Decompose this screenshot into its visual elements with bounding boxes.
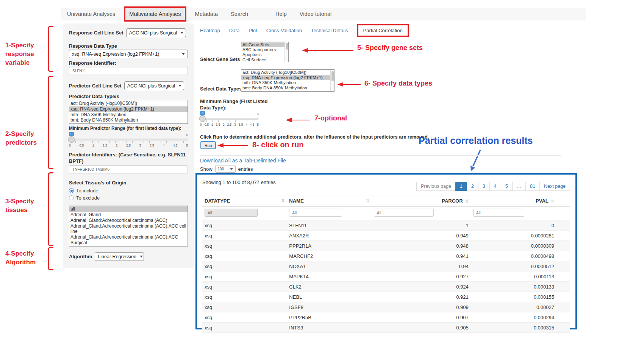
list-option[interactable]: act: Drug Activity (-log10[IC50M]) [241, 70, 334, 75]
tick-label: 3 [139, 144, 141, 147]
min-predictor-range-slider: 0 5 0 0.5 1 1.5 2 2.5 3 3.5 4 4.5 5 [69, 132, 188, 149]
page-button-1[interactable]: 1 [455, 182, 467, 191]
scrollbar[interactable] [284, 42, 288, 62]
run-instruction: Click Run to determine additional predic… [200, 134, 429, 140]
table-row: xsq MARCHF2 0.941 0.0000498 [202, 251, 570, 261]
tissue-exclude-radio[interactable]: To exclude [69, 194, 188, 201]
sort-icon[interactable]: ⇅ [366, 198, 369, 203]
page-button-5[interactable]: 5 [501, 182, 513, 191]
slider-track[interactable] [69, 139, 188, 140]
page-ellipsis: … [512, 182, 526, 191]
response-cell-line-set-select[interactable]: ACC NCI plus Surgical [126, 28, 186, 37]
tab-technical-details[interactable]: Technical Details [311, 28, 348, 33]
next-page-button[interactable]: Next page [539, 182, 570, 191]
chevron-down-icon [178, 85, 181, 87]
slider-max-label: 5 [186, 133, 188, 137]
tissue-include-radio[interactable]: To include [69, 187, 188, 194]
predictor-cell-line-set-label: Predictor Cell Line Set [69, 83, 122, 89]
column-header-parcor[interactable]: PARCOR⇅ [372, 195, 471, 207]
page-length-select[interactable]: 100 [215, 165, 236, 173]
list-option[interactable]: Apoptosis [241, 52, 288, 57]
predictor-identifiers-input[interactable] [69, 165, 188, 173]
pagination: Previous page 1 2 3 4 5 … 81 Next page [417, 182, 570, 191]
list-option[interactable]: all [69, 206, 188, 212]
slider-track[interactable] [200, 118, 259, 120]
datatype-filter-input[interactable] [205, 209, 258, 217]
slider-ticks [201, 120, 258, 122]
response-data-type-select[interactable]: xsq: RNA-seq Expression (log2 FPKM+1) [69, 50, 188, 58]
scrollbar[interactable] [330, 70, 334, 91]
algorithm-label: Algorithm [69, 254, 92, 259]
run-button[interactable]: Run [200, 141, 216, 149]
nav-multivariate-analyses[interactable]: Multivariate Analyses [124, 6, 186, 22]
response-identifier-input[interactable] [69, 67, 188, 75]
column-header-datatype[interactable]: DATATYPE ⇅ [202, 195, 287, 207]
annotation-step5: 5- Specify gene sets [357, 44, 423, 52]
tick-label: 1.5 [216, 123, 220, 126]
pval-filter-input[interactable] [473, 209, 524, 217]
page-button-2[interactable]: 2 [467, 182, 478, 191]
sort-icon[interactable]: ⇅ [281, 198, 284, 203]
column-header-name[interactable]: NAME ⇅ [287, 195, 371, 207]
list-option[interactable]: xsq: RNA-seq Expression (log2 FPKM+1) [69, 106, 188, 112]
list-option[interactable]: Cell Surface [241, 58, 288, 62]
sort-icon[interactable]: ⇅ [551, 199, 554, 203]
response-identifier-label: Response Identifier: [69, 60, 188, 66]
page-button-3[interactable]: 3 [478, 182, 490, 191]
tab-heatmap[interactable]: Heatmap [200, 28, 220, 33]
tick-label: 3.5 [150, 144, 154, 147]
tick-label: 2.5 [227, 123, 232, 126]
table-row: xsq CLK2 0.924 0.000133 [202, 282, 570, 292]
tick-label: 0 [69, 144, 71, 147]
annotation-bracket-4 [48, 247, 53, 270]
column-header-pval[interactable]: PVAL⇅ [471, 195, 570, 207]
table-row: xsq ANXA2R 0.949 0.0000281 [202, 231, 570, 241]
table-row: xsq SLFN11 1 0 [202, 220, 570, 231]
name-filter-input[interactable] [289, 209, 342, 217]
algorithm-select[interactable]: Linear Regression [95, 252, 144, 261]
parcor-filter-input[interactable] [374, 209, 434, 217]
nav-search[interactable]: Search [224, 8, 255, 20]
previous-page-button[interactable]: Previous page [416, 182, 456, 191]
sort-icon[interactable]: ⇅ [465, 199, 469, 203]
nav-univariate-analyses[interactable]: Univariate Analyses [61, 8, 122, 20]
list-option[interactable]: act: Drug Activity (-log10[IC50M]) [69, 101, 188, 106]
scrollbar-thumb[interactable] [331, 71, 334, 81]
list-option[interactable]: bmt: Body DNA 850K Methylation [241, 86, 334, 91]
list-option[interactable]: mth: DNA 850K Methylation [241, 80, 334, 86]
results-annotation-title: Partial correlation results [419, 135, 533, 146]
tab-data[interactable]: Data [229, 28, 239, 33]
table-row: xsq MAPK14 0.927 0.000113 [202, 272, 570, 282]
radio-unchecked-icon [69, 195, 74, 200]
nav-metadata[interactable]: Metadata [189, 8, 224, 20]
list-option[interactable]: All Gene Sets [241, 42, 288, 47]
red-arrow-icon [285, 117, 311, 123]
predictor-cell-line-set-select[interactable]: ACC NCI plus Surgical [124, 81, 184, 90]
page-button-81[interactable]: 81 [525, 182, 540, 191]
nav-video-tutorial[interactable]: Video tutorial [293, 8, 338, 20]
page-button-4[interactable]: 4 [489, 182, 501, 191]
list-option[interactable]: Adrenal_Gland:Adrenocortical carcinoma (… [69, 223, 188, 235]
gene-sets-listbox: All Gene Sets ABC transporters Apoptosis… [241, 42, 289, 62]
list-option[interactable]: xsq: RNA-seq Expression (log2 FPKM+1) [241, 75, 334, 81]
list-option[interactable]: Adrenal_Gland:Adrenocortical carcinoma (… [69, 218, 188, 223]
table-row: xsq IGSF8 0.909 0.00027 [202, 302, 570, 312]
tick-label: 1 [211, 123, 213, 126]
download-all-link[interactable]: Download All as a Tab-Delimited File [200, 158, 286, 164]
tab-cross-validation[interactable]: Cross-Validation [266, 28, 302, 33]
top-nav: Univariate Analyses Multivariate Analyse… [61, 8, 586, 20]
tab-plot[interactable]: Plot [249, 28, 257, 33]
list-option[interactable]: Adrenal_Gland:Adrenocortical carcinoma (… [69, 234, 188, 246]
nav-help[interactable]: Help [269, 8, 293, 20]
list-option[interactable]: mth: DNA 850K Methylation [69, 112, 188, 118]
tick-label: 3 [234, 123, 236, 126]
min-predictor-range-label: Minimum Predictor Range (for first liste… [69, 126, 188, 131]
tissue-origin-label: Select Tissue/s of Origin [69, 180, 188, 186]
predictor-identifiers-label: Predictor Identifiers: (Case-Sensitive, … [69, 151, 188, 164]
chevron-down-icon [180, 32, 183, 34]
list-option[interactable]: bmt: Body DNA 850K Methylation [69, 117, 188, 123]
list-option[interactable]: ABC transporters [241, 47, 288, 52]
scrollbar-thumb[interactable] [286, 43, 288, 50]
tab-partial-correlation[interactable]: Partial Correlation [357, 24, 409, 37]
list-option[interactable]: Adrenal_Gland [69, 212, 188, 218]
